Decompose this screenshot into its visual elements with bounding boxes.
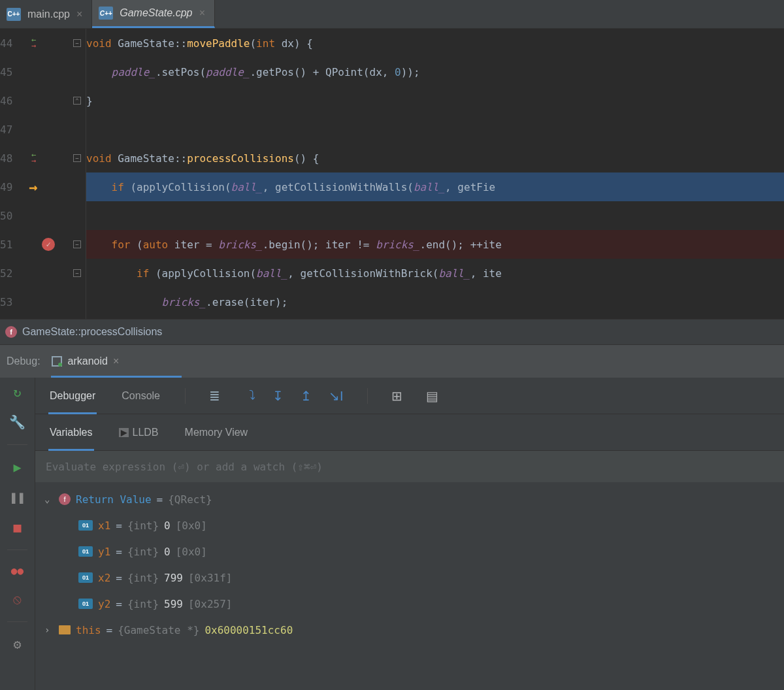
debug-label: Debug:: [7, 355, 41, 367]
debug-config-tab[interactable]: arkanoid ×: [51, 355, 120, 367]
wrench-icon[interactable]: 🔧: [9, 414, 25, 430]
line-number: 49: [0, 172, 21, 201]
evaluate-icon[interactable]: ⊞: [391, 388, 402, 404]
editor-tab-label: GameState.cpp: [120, 7, 192, 19]
variable-row-x1[interactable]: 01 x1 = {int} 0 [0x0]: [35, 512, 784, 538]
watch-expression-input[interactable]: Evaluate expression (⏎) or add a watch (…: [35, 451, 784, 482]
debug-toolwindow-header: Debug: arkanoid ×: [0, 345, 784, 378]
breakpoints-icon[interactable]: ●●: [11, 565, 24, 577]
pause-icon[interactable]: ❚❚: [9, 489, 25, 505]
execution-point-icon: →: [29, 179, 37, 195]
variable-row-this[interactable]: › this = {GameState *} 0x60000151cc60: [35, 617, 784, 643]
svg-point-1: [58, 363, 62, 367]
variable-row-y1[interactable]: 01 y1 = {int} 0 [0x0]: [35, 538, 784, 565]
variables-tab-row: Variables ▶ LLDB Memory View: [35, 414, 784, 451]
step-out-icon[interactable]: ↥: [301, 388, 312, 404]
tab-lldb[interactable]: ▶ LLDB: [118, 414, 160, 450]
vcs-change-icon: ←→: [31, 152, 36, 164]
step-into-icon[interactable]: ↧: [272, 388, 284, 404]
debugger-tab-row: Debugger Console ≣ ⤵ ↧ ↥ ↘I ⊞ ▤: [35, 378, 784, 414]
line-number-gutter: 44 45 46 47 48 49 50 51 52 53: [0, 29, 26, 319]
primitive-icon: 01: [78, 546, 93, 557]
tab-memory-view[interactable]: Memory View: [184, 414, 250, 450]
fold-icon[interactable]: −: [73, 240, 81, 248]
close-icon[interactable]: ×: [76, 8, 82, 20]
layout-icon[interactable]: ▤: [426, 388, 438, 404]
vcs-change-icon: ←→: [31, 37, 36, 49]
debug-side-toolbar: ↻ 🔧 ▶ ❚❚ ■ ●● ⦸ ⚙: [0, 378, 35, 690]
rerun-icon[interactable]: ↻: [13, 384, 21, 400]
close-icon[interactable]: ×: [113, 355, 119, 367]
function-return-icon: f: [59, 493, 71, 505]
variable-row-x2[interactable]: 01 x2 = {int} 799 [0x31f]: [35, 565, 784, 591]
show-frames-icon[interactable]: ≣: [209, 388, 220, 404]
debug-config-label: arkanoid: [68, 355, 108, 367]
editor-area[interactable]: 44 45 46 47 48 49 50 51 52 53 ←→ ←→ → ✓ …: [0, 29, 784, 319]
line-number: 48: [0, 144, 21, 172]
function-icon: f: [5, 326, 17, 338]
primitive-icon: 01: [78, 599, 93, 609]
run-to-cursor-icon[interactable]: ↘I: [329, 388, 344, 404]
cpp-file-icon: C++: [99, 7, 113, 20]
line-number: 44: [0, 29, 21, 58]
fold-icon[interactable]: −: [73, 39, 81, 47]
primitive-icon: 01: [78, 572, 93, 583]
editor-tab-gamestate[interactable]: C++ GameState.cpp ×: [92, 0, 215, 28]
editor-tab-main[interactable]: C++ main.cpp ×: [0, 0, 92, 28]
fold-gutter: − ⌃ − − −: [72, 29, 86, 319]
tab-debugger[interactable]: Debugger: [48, 378, 97, 414]
tab-variables[interactable]: Variables: [48, 414, 94, 450]
breadcrumb[interactable]: f GameState::processCollisions: [0, 319, 784, 345]
variable-row-return[interactable]: ⌄ f Return Value = {QRect}: [35, 486, 784, 512]
mute-breakpoints-icon[interactable]: ⦸: [13, 591, 22, 607]
line-number: 51: [0, 230, 21, 259]
line-number: 50: [0, 201, 21, 230]
breadcrumb-label: GameState::processCollisions: [22, 326, 162, 338]
editor-tab-label: main.cpp: [27, 8, 70, 20]
code-content[interactable]: void GameState::movePaddle(int dx) { pad…: [86, 29, 784, 319]
step-over-icon[interactable]: ⤵: [249, 388, 255, 404]
app-icon: [51, 355, 63, 367]
gear-icon[interactable]: ⚙: [13, 636, 21, 652]
cpp-file-icon: C++: [7, 8, 21, 21]
chevron-down-icon[interactable]: ⌄: [44, 494, 54, 504]
line-number: 53: [0, 288, 21, 316]
line-number: 52: [0, 259, 21, 288]
debug-main-area: Debugger Console ≣ ⤵ ↧ ↥ ↘I ⊞ ▤ Variable…: [35, 378, 784, 690]
resume-icon[interactable]: ▶: [13, 459, 21, 475]
editor-tab-bar: C++ main.cpp × C++ GameState.cpp ×: [0, 0, 784, 29]
object-icon: [59, 625, 71, 634]
tab-console[interactable]: Console: [120, 378, 161, 414]
fold-icon[interactable]: −: [73, 154, 81, 162]
fold-end-icon: ⌃: [73, 97, 81, 105]
close-icon[interactable]: ×: [199, 7, 204, 19]
stop-icon[interactable]: ■: [13, 519, 21, 535]
chevron-right-icon[interactable]: ›: [44, 625, 54, 635]
breakpoint-icon[interactable]: ✓: [42, 238, 55, 251]
variable-row-y2[interactable]: 01 y2 = {int} 599 [0x257]: [35, 591, 784, 617]
fold-icon[interactable]: −: [73, 269, 81, 277]
primitive-icon: 01: [78, 520, 93, 531]
debug-panel: ↻ 🔧 ▶ ❚❚ ■ ●● ⦸ ⚙ Debugger Console ≣ ⤵ ↧…: [0, 378, 784, 690]
variables-tree[interactable]: ⌄ f Return Value = {QRect} 01 x1 = {int}…: [35, 482, 784, 690]
line-number: 45: [0, 58, 21, 86]
line-number: 46: [0, 86, 21, 115]
icon-gutter: ←→ ←→ → ✓: [26, 29, 72, 319]
line-number: 47: [0, 115, 21, 144]
